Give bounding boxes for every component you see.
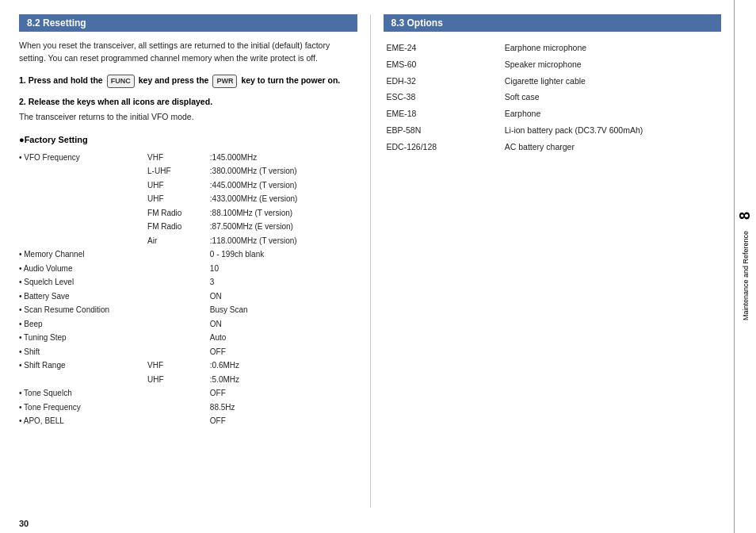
vfo-row-2: UHF :445.000MHz (T version): [19, 178, 357, 193]
factory-setting-title: ●Factory Setting: [19, 135, 357, 144]
options-section: 8.3 Options EME-24 Earphone microphone E…: [371, 0, 735, 516]
vfo-row-5: FM Radio :87.500MHz (E version): [19, 220, 357, 234]
vfo-row-3: UHF :433.000MHz (E version): [19, 192, 357, 206]
option-eme18: EME-18 Earphone: [384, 105, 722, 122]
resetting-header: 8.2 Resetting: [19, 14, 357, 32]
option-code: EMS-60: [384, 56, 502, 73]
shift-row: • Shift OFF: [19, 345, 357, 359]
option-desc: Soft case: [502, 89, 721, 105]
step1-text-middle: key and press the: [139, 75, 209, 87]
pwr-key: PWR: [212, 75, 237, 89]
option-eme24: EME-24 Earphone microphone: [384, 40, 722, 56]
option-code: EME-24: [384, 40, 502, 56]
step2-title: Release the keys when all icons are disp…: [29, 96, 212, 109]
tone-squelch-row: • Tone Squelch OFF: [19, 386, 357, 401]
option-desc: Li-ion battery pack (DC3.7V 600mAh): [502, 122, 721, 139]
tuning-step-row: • Tuning Step Auto: [19, 331, 357, 345]
vfo-table: • VFO Frequency VHF :145.000MHz L-UHF :3…: [19, 151, 357, 428]
options-table: EME-24 Earphone microphone EMS-60 Speake…: [384, 40, 722, 155]
option-ebp58n: EBP-58N Li-ion battery pack (DC3.7V 600m…: [384, 122, 722, 139]
page-number: 30: [0, 516, 734, 533]
step-2: 2. Release the keys when all icons are d…: [19, 96, 357, 124]
chapter-number: 8: [737, 212, 754, 220]
step1-text-after: key to turn the power on.: [241, 75, 340, 87]
vfo-row-6: Air :118.000MHz (T version): [19, 234, 357, 248]
option-code: ESC-38: [384, 89, 502, 105]
option-desc: Earphone: [502, 105, 721, 122]
resetting-section: 8.2 Resetting When you reset the transce…: [0, 0, 370, 516]
step2-subtitle: The transceiver returns to the initial V…: [19, 111, 357, 124]
option-desc: Cigarette lighter cable: [502, 73, 721, 90]
shift-range-uhf-row: UHF :5.0MHz: [19, 373, 357, 387]
shift-range-vhf-row: • Shift Range VHF :0.6MHz: [19, 359, 357, 373]
tone-frequency-row: • Tone Frequency 88.5Hz: [19, 401, 357, 415]
func-key: FUNC: [107, 75, 135, 89]
option-code: EME-18: [384, 105, 502, 122]
vfo-value-0: :145.000MHz: [208, 151, 357, 165]
option-desc: AC battery charger: [502, 139, 721, 155]
option-esc38: ESC-38 Soft case: [384, 89, 722, 105]
squelch-level-row: • Squelch Level 3: [19, 275, 357, 290]
option-ems60: EMS-60 Speaker microphone: [384, 56, 722, 73]
option-edh32: EDH-32 Cigarette lighter cable: [384, 73, 722, 90]
vfo-frequency-row: • VFO Frequency VHF :145.000MHz: [19, 151, 357, 165]
option-code: EBP-58N: [384, 122, 502, 139]
step1-text-before: Press and hold the: [29, 75, 103, 87]
chapter-title: Maintenance and Reference: [742, 231, 750, 320]
step1-label: 1.: [19, 75, 26, 87]
option-code: EDC-126/128: [384, 139, 502, 155]
audio-volume-row: • Audio Volume 10: [19, 262, 357, 276]
memory-channel-row: • Memory Channel 0 - 199ch blank: [19, 247, 357, 262]
factory-setting-section: ●Factory Setting • VFO Frequency VHF :14…: [19, 135, 357, 428]
beep-row: • Beep ON: [19, 317, 357, 332]
resetting-intro: When you reset the transceiver, all sett…: [19, 40, 357, 65]
option-desc: Earphone microphone: [502, 40, 721, 56]
chapter-sidebar: 8 Maintenance and Reference: [734, 0, 756, 533]
step-1: 1. Press and hold the FUNC key and press…: [19, 75, 357, 89]
option-edc126: EDC-126/128 AC battery charger: [384, 139, 722, 155]
vfo-label: • VFO Frequency: [19, 151, 147, 165]
option-desc: Speaker microphone: [502, 56, 721, 73]
vfo-row-4: FM Radio :88.100MHz (T version): [19, 206, 357, 220]
option-code: EDH-32: [384, 73, 502, 90]
battery-save-row: • Battery Save ON: [19, 290, 357, 304]
options-header: 8.3 Options: [384, 14, 722, 32]
vfo-row-1: L-UHF :380.000MHz (T version): [19, 164, 357, 178]
step2-label: 2.: [19, 96, 26, 109]
apo-bell-row: • APO, BELL OFF: [19, 414, 357, 428]
vfo-band-0: VHF: [147, 151, 208, 165]
scan-resume-row: • Scan Resume Condition Busy Scan: [19, 303, 357, 317]
